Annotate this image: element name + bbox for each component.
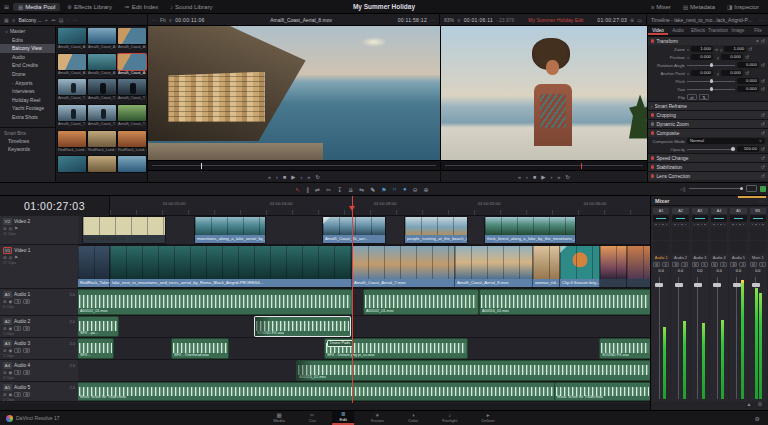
toggle-dot[interactable]	[651, 156, 654, 159]
media-clip[interactable]: Amalfi_Coast_T...	[118, 105, 146, 129]
mute-button[interactable]: M	[23, 299, 30, 304]
top-tab-sound-library[interactable]: ♪Sound Library	[165, 3, 217, 11]
top-tab-media-pool[interactable]: ▦Media Pool	[13, 3, 60, 11]
fader-knob[interactable]	[752, 283, 760, 287]
tab-transition[interactable]: Transition	[708, 26, 728, 35]
reset-icon[interactable]: ↺	[761, 78, 765, 84]
timeline-zoom-dropdown[interactable]: 83%	[444, 17, 454, 23]
meter-icon[interactable]: ▲	[747, 401, 752, 407]
top-tab-inspector[interactable]: ◨Inspector	[722, 3, 764, 11]
media-clip[interactable]: Amalfi_Coast_T...	[88, 79, 116, 103]
timeline-clip[interactable]: A00102_01.mov	[364, 290, 478, 314]
fader-knob[interactable]	[713, 283, 721, 287]
sidebar-item-edits[interactable]: Edits	[0, 36, 55, 45]
anchor-x-input[interactable]: 0.000	[691, 70, 713, 77]
zoom-in-button[interactable]: ⊕	[424, 186, 429, 193]
step-back-button[interactable]: ‹	[276, 174, 278, 180]
pitch-slider[interactable]	[687, 81, 735, 82]
loop-button[interactable]: ↻	[565, 174, 570, 180]
media-clip[interactable]	[118, 156, 146, 180]
lock-icon[interactable]: ⊘	[3, 326, 7, 331]
reset-icon[interactable]: ↺	[761, 121, 765, 127]
go-to-end-button[interactable]: »	[307, 174, 310, 180]
dynamics-panel[interactable]	[711, 241, 727, 254]
reset-icon[interactable]: ↺	[761, 164, 765, 170]
solo-button[interactable]: S	[701, 262, 708, 267]
media-clip[interactable]: RedRock_Land...	[118, 131, 146, 155]
track-badge[interactable]: V1	[3, 247, 12, 254]
gear-icon[interactable]: ⚙	[758, 401, 762, 407]
reset-icon[interactable]: ↺	[761, 146, 765, 152]
track-header-a2[interactable]: A2Audio 22.0⊘◉SM5 Clips	[0, 316, 78, 338]
toggle-dot[interactable]	[651, 165, 654, 168]
solo-button[interactable]: S	[14, 299, 21, 304]
eq-panel[interactable]	[672, 227, 688, 240]
media-thumbnail[interactable]	[118, 54, 146, 70]
record-arm-icon[interactable]: ◉	[9, 348, 13, 353]
fader-knob[interactable]	[675, 283, 683, 287]
section-dynamic-zoom[interactable]: Dynamic Zoom ↺	[648, 119, 768, 128]
link-icon[interactable]: ∞	[715, 47, 718, 52]
solo-button[interactable]: S	[14, 326, 21, 331]
source-zoom-dropdown[interactable]: Fit	[160, 17, 166, 23]
media-clip[interactable]: Amalfi_Coast_T...	[118, 79, 146, 103]
media-thumbnail[interactable]	[58, 28, 86, 44]
zoom-y-input[interactable]: 1.000	[724, 46, 746, 53]
sidebar-item-airports[interactable]: ›Airports	[0, 79, 55, 88]
stop-button[interactable]: ■	[533, 174, 536, 180]
insert-clip-button[interactable]: ↧	[337, 186, 342, 193]
go-to-start-button[interactable]: «	[268, 174, 271, 180]
volume-fader[interactable]	[672, 275, 688, 401]
media-clip[interactable]	[58, 156, 86, 180]
volume-fader[interactable]	[711, 275, 727, 401]
timeline-clip[interactable]: SFX - Overhead.wav	[172, 339, 228, 358]
media-clip[interactable]: Amalfi_Coast_A...	[88, 54, 116, 78]
media-thumbnail[interactable]	[118, 28, 146, 44]
section-cropping[interactable]: Cropping ↺	[648, 110, 768, 119]
volume-slider[interactable]	[689, 188, 743, 189]
dynamics-panel[interactable]	[653, 241, 669, 254]
sidebar-item-yacht-footage[interactable]: Yacht Footage	[0, 104, 55, 113]
solo-button[interactable]: S	[14, 392, 21, 397]
mute-button[interactable]: M	[730, 262, 737, 267]
step-forward-button[interactable]: ›	[550, 174, 552, 180]
media-thumbnail[interactable]	[88, 131, 116, 147]
record-arm-icon[interactable]: ◉	[9, 299, 13, 304]
settings-gear-icon[interactable]: ⚙	[755, 415, 768, 422]
media-thumbnail[interactable]	[58, 131, 86, 147]
play-button[interactable]: ▶	[541, 174, 545, 180]
eq-panel[interactable]	[730, 227, 746, 240]
thumbnail-view-icon[interactable]: ▦	[4, 17, 9, 23]
media-clip[interactable]: Amalfi_Coast_A...	[118, 28, 146, 52]
mute-button[interactable]: M	[750, 262, 757, 267]
step-back-button[interactable]: ‹	[526, 174, 528, 180]
play-button[interactable]: ▶	[291, 174, 295, 180]
sidebar-item-balcony-view[interactable]: Balcony View	[0, 44, 55, 53]
eq-panel[interactable]	[750, 227, 766, 240]
timeline-clip[interactable]: A00102_01.mov	[78, 290, 352, 314]
solo-button[interactable]: S	[14, 348, 21, 353]
timeline-viewer[interactable]	[440, 26, 647, 170]
dynamics-panel[interactable]	[750, 241, 766, 254]
jog-playhead[interactable]	[581, 163, 582, 169]
wand-icon[interactable]: ⊛	[630, 17, 634, 23]
box-icon[interactable]: ▭	[637, 17, 642, 23]
media-clip[interactable]: RedRock_Land...	[58, 131, 86, 155]
timeline-track-a5[interactable]: Music Score for Trailer.movMusic Score f…	[78, 382, 650, 402]
view-dropdown-icon[interactable]: ∨	[12, 17, 16, 23]
blade-tool[interactable]: ✂	[326, 186, 331, 193]
add-bin-icon[interactable]: +	[45, 17, 48, 23]
trim-edit-tool[interactable]: ∥	[306, 186, 309, 193]
yaw-slider[interactable]	[687, 89, 735, 90]
track-header-v2[interactable]: V2Video 2⊘◎⚑11 Clips	[0, 216, 78, 245]
track-badge[interactable]: A1	[3, 291, 12, 298]
timeline-clip[interactable]: woman_rid...	[533, 246, 560, 287]
stop-button[interactable]: ■	[283, 174, 286, 180]
smart-bin-keywords[interactable]: Keywords	[0, 145, 55, 154]
page-edit[interactable]: ≣Edit	[333, 411, 354, 425]
dynamics-panel[interactable]	[672, 241, 688, 254]
source-jog-bar[interactable]	[148, 160, 440, 170]
flag-icon[interactable]: ⚑	[14, 226, 18, 231]
rotation-slider[interactable]	[687, 65, 735, 66]
media-thumbnail[interactable]	[88, 54, 116, 70]
